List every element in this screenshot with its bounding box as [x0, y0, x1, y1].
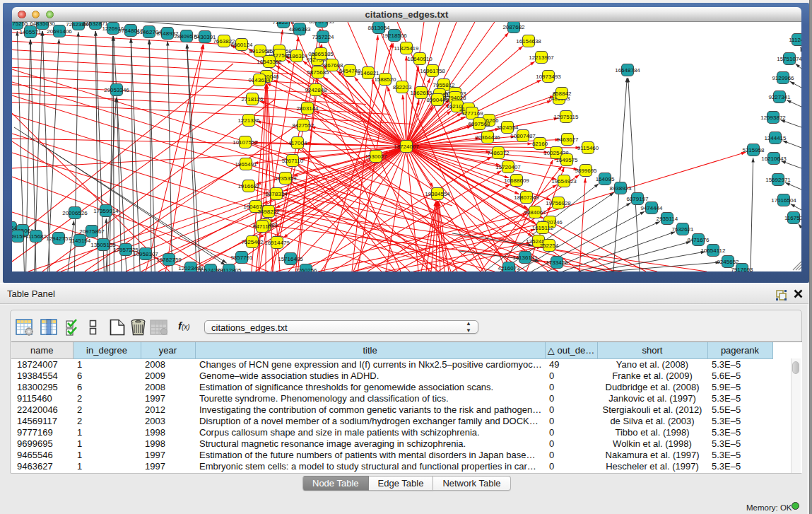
svg-text:9245652: 9245652: [717, 259, 739, 265]
svg-text:80112805: 80112805: [217, 267, 242, 271]
svg-text:9146821: 9146821: [357, 70, 379, 76]
svg-text:19218506: 19218506: [382, 33, 407, 39]
svg-text:10688609: 10688609: [504, 177, 529, 184]
svg-text:9115460: 9115460: [577, 145, 599, 151]
svg-text:1221336: 1221336: [237, 117, 260, 124]
svg-text:29053346: 29053346: [104, 87, 129, 93]
svg-text:17016504: 17016504: [771, 197, 796, 204]
svg-text:5875685: 5875685: [307, 69, 329, 76]
svg-text:1235359: 1235359: [274, 175, 297, 182]
svg-text:19756928: 19756928: [546, 200, 571, 206]
svg-text:16154638: 16154638: [516, 38, 541, 45]
svg-text:15716485: 15716485: [278, 256, 303, 262]
svg-text:111243: 111243: [789, 37, 801, 43]
svg-text:9463627: 9463627: [556, 136, 579, 143]
svg-text:7632621: 7632621: [671, 226, 694, 233]
svg-text:2803144: 2803144: [296, 105, 319, 112]
svg-text:05865185: 05865185: [308, 51, 334, 57]
svg-text:20206526: 20206526: [62, 210, 88, 216]
svg-text:8471676: 8471676: [687, 237, 710, 243]
svg-text:8427552: 8427552: [292, 122, 314, 129]
svg-text:8813054: 8813054: [367, 25, 390, 31]
svg-text:832203: 832203: [393, 84, 412, 90]
svg-text:3624554: 3624554: [496, 124, 519, 131]
svg-text:12213967: 12213967: [529, 54, 554, 61]
svg-text:0143634: 0143634: [248, 77, 271, 83]
svg-text:19654923: 19654923: [551, 178, 577, 185]
svg-text:4216073: 4216073: [498, 265, 520, 271]
svg-text:1115682: 1115682: [25, 233, 47, 240]
svg-text:13505135: 13505135: [90, 242, 116, 248]
svg-text:16543362: 16543362: [257, 59, 282, 65]
svg-text:9129966: 9129966: [772, 75, 794, 81]
svg-text:39159: 39159: [12, 233, 26, 240]
svg-text:15751074: 15751074: [777, 56, 801, 62]
svg-text:7357224: 7357224: [312, 34, 334, 40]
svg-text:164095: 164095: [596, 176, 615, 182]
svg-text:2260256: 2260256: [295, 267, 317, 271]
svg-text:16961758: 16961758: [420, 68, 445, 74]
svg-text:7917693: 7917693: [731, 267, 753, 271]
svg-text:18807249: 18807249: [514, 194, 539, 201]
svg-text:8938923: 8938923: [609, 185, 632, 192]
svg-text:16210643: 16210643: [761, 156, 787, 162]
svg-text:10107552: 10107552: [233, 139, 258, 146]
svg-text:6879197: 6879197: [626, 196, 649, 202]
svg-text:15692971: 15692971: [765, 177, 791, 183]
svg-text:62160: 62160: [532, 141, 548, 147]
svg-text:6897568: 6897568: [468, 121, 490, 127]
svg-text:047116: 047116: [253, 223, 272, 230]
svg-text:1405571: 1405571: [19, 29, 42, 35]
svg-text:20691406: 20691406: [47, 28, 72, 35]
svg-text:116753: 116753: [784, 215, 801, 221]
svg-text:1362615: 1362615: [410, 90, 433, 96]
svg-text:7486372: 7486372: [487, 150, 510, 156]
svg-text:12942757: 12942757: [46, 235, 71, 242]
svg-text:252254: 252254: [540, 243, 559, 249]
svg-text:3498222: 3498222: [257, 209, 280, 215]
svg-text:1615112: 1615112: [532, 225, 554, 231]
svg-text:8878334: 8878334: [265, 191, 288, 197]
svg-text:7182278: 7182278: [272, 22, 295, 25]
svg-text:9857791: 9857791: [230, 255, 253, 261]
svg-text:9474444: 9474444: [640, 205, 663, 211]
svg-text:64835030: 64835030: [30, 22, 55, 27]
svg-text:1244415: 1244415: [764, 135, 787, 141]
svg-text:19384554: 19384554: [425, 191, 450, 197]
svg-text:10973493: 10973493: [536, 74, 561, 80]
svg-text:12975115: 12975115: [554, 114, 579, 120]
svg-text:2718126: 2718126: [241, 96, 264, 103]
svg-text:8186324: 8186324: [286, 53, 308, 59]
svg-text:4896383: 4896383: [288, 26, 311, 33]
svg-text:65787133: 65787133: [309, 22, 334, 25]
svg-text:17359914: 17359914: [93, 208, 119, 214]
svg-text:10958107: 10958107: [133, 251, 158, 257]
svg-text:5267110: 5267110: [282, 158, 304, 164]
svg-text:9242848: 9242848: [305, 87, 327, 93]
svg-text:16782759: 16782759: [156, 257, 182, 263]
svg-text:2935114: 2935114: [657, 216, 678, 222]
svg-text:18724007: 18724007: [394, 144, 419, 150]
svg-text:2087682: 2087682: [502, 24, 525, 30]
svg-text:15720407: 15720407: [495, 164, 521, 170]
svg-text:858842: 858842: [553, 90, 572, 97]
svg-text:8660124: 8660124: [230, 42, 253, 48]
svg-text:1145194: 1145194: [69, 238, 91, 244]
svg-text:14136141: 14136141: [512, 255, 538, 261]
svg-text:7625402: 7625402: [241, 239, 264, 245]
svg-text:1588520: 1588520: [374, 76, 396, 83]
svg-text:1530027: 1530027: [365, 153, 387, 160]
svg-text:9777169: 9777169: [461, 110, 483, 117]
svg-text:5215958: 5215958: [742, 147, 765, 153]
svg-text:16648784: 16648784: [615, 67, 640, 74]
svg-text:20364436: 20364436: [475, 134, 500, 141]
svg-text:1965491: 1965491: [235, 161, 257, 168]
svg-text:10654112: 10654112: [701, 247, 726, 254]
svg-text:9227341: 9227341: [768, 94, 791, 100]
svg-text:20975867: 20975867: [79, 228, 105, 235]
svg-text:1649575: 1649575: [555, 157, 578, 163]
svg-text:9899695: 9899695: [575, 168, 597, 174]
svg-text:10807487: 10807487: [510, 133, 536, 139]
svg-text:12093872: 12093872: [760, 115, 786, 121]
svg-text:1733426: 1733426: [546, 259, 568, 266]
